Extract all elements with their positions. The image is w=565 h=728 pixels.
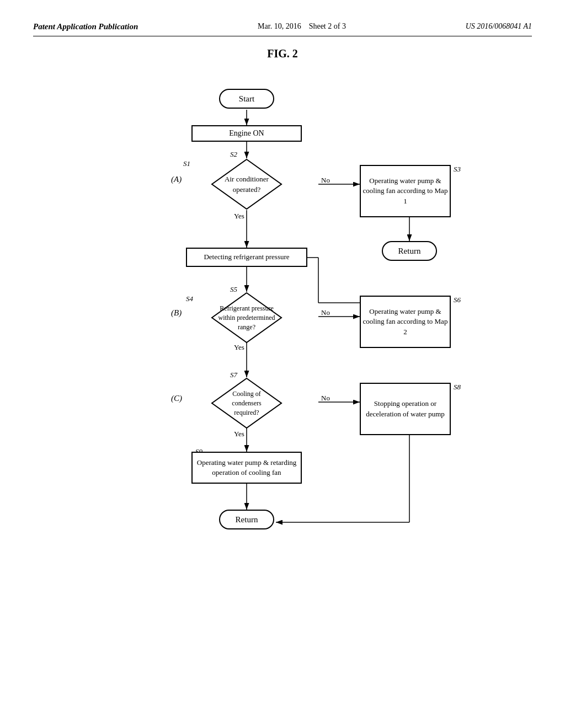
s1-label: S1 — [183, 159, 190, 168]
no-label-d2: No — [321, 308, 330, 317]
a-label: (A) — [171, 175, 182, 184]
s3-box: Operating water pump & cooling fan accor… — [360, 165, 451, 217]
yes-label-d1: Yes — [234, 212, 244, 221]
return2-oval: Return — [219, 510, 274, 529]
header-patent-number: US 2016/0068041 A1 — [466, 22, 532, 31]
no-label-d3: No — [321, 394, 330, 403]
diamond-refrigerant: Refrigerant pressure within predetermine… — [211, 292, 282, 344]
s9-box: Operating water pump & retarding operati… — [191, 452, 302, 484]
s8-label: S8 — [454, 383, 461, 392]
engine-on-box: Engine ON — [191, 125, 302, 142]
no-label-d1: No — [321, 176, 330, 185]
s8-box: Stopping operation or deceleration of wa… — [360, 383, 451, 435]
diamond-cooling: Cooling of condensers required? — [211, 377, 282, 430]
page: Patent Application Publication Mar. 10, … — [0, 0, 565, 728]
header-publication-label: Patent Application Publication — [33, 22, 138, 31]
header-date: Mar. 10, 2016 Sheet 2 of 3 — [258, 22, 346, 31]
yes-label-d3: Yes — [234, 430, 244, 438]
s3-label: S3 — [454, 165, 461, 174]
flowchart: Start Engine ON S1 S2 Air conditioner op… — [89, 77, 476, 601]
s6-label: S6 — [454, 296, 461, 304]
start-oval: Start — [219, 89, 274, 109]
return1-oval: Return — [382, 241, 437, 261]
yes-label-d2: Yes — [234, 343, 244, 352]
diamond-ac-operated: Air conditioner operated? — [211, 158, 282, 211]
s6-box: Operating water pump & cooling fan accor… — [360, 296, 451, 348]
c-label: (C) — [171, 394, 182, 403]
s2-label: S2 — [230, 150, 237, 159]
page-header: Patent Application Publication Mar. 10, … — [33, 22, 532, 36]
figure-title: FIG. 2 — [33, 47, 532, 60]
detect-pressure-box: Detecting refrigerant pressure — [186, 248, 307, 267]
s4-label: S4 — [186, 295, 193, 303]
b-label: (B) — [171, 308, 182, 318]
